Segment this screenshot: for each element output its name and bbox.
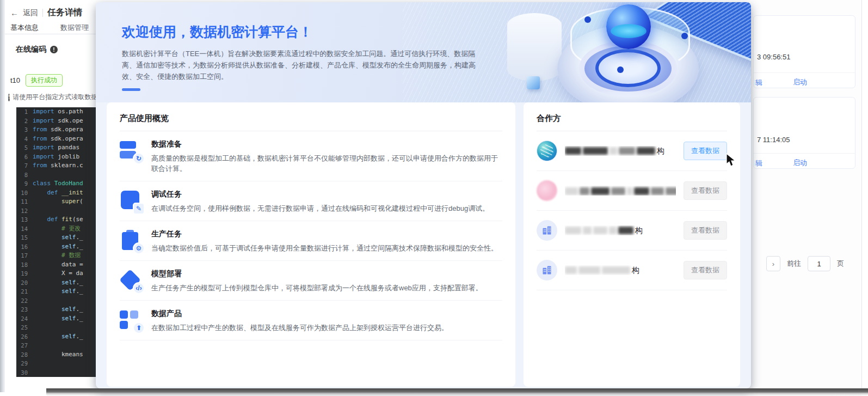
- line-number: 24: [16, 314, 33, 324]
- online-coding-label: 在线编码: [16, 45, 46, 54]
- code-token: super: [61, 197, 79, 206]
- code-token: # 数据: [61, 251, 81, 260]
- code-token: ._: [76, 305, 83, 314]
- note-text: 请使用平台指定方式读取数据: [13, 93, 96, 102]
- redacted-block: [651, 187, 664, 195]
- code-line: 21 self._: [16, 287, 96, 296]
- start-link[interactable]: 启动: [793, 77, 807, 88]
- overview-item-desc: 当确定数据价值后，可基于调试任务申请使用全量数据进行计算，通过空间隔离技术保障数…: [151, 243, 498, 253]
- overview-item-desc: 高质量的数据是模型加工的基础，数据机密计算平台不仅能够管理内部数据，还可以申请使…: [151, 153, 502, 174]
- partner-name-redacted: 构: [565, 226, 676, 236]
- code-line: 24 self._: [16, 314, 96, 324]
- task-timestamp: 3 09:56:51: [757, 53, 790, 61]
- code-line: 20 self._: [16, 278, 96, 288]
- divider: [537, 290, 727, 290]
- icon-badge: ↻: [133, 153, 145, 165]
- partner-name-suffix: 构: [632, 265, 639, 274]
- code-token: [33, 224, 61, 234]
- overview-item-title: 数据准备: [151, 139, 502, 149]
- icon-badge: ⬆: [133, 322, 145, 334]
- task-detail-panel: ← 返回 任务详情 基本信息 数据管理 在线编码 ! t10 执行成功 ! 请使…: [5, 0, 96, 396]
- redacted-block: [627, 187, 632, 195]
- divider: [5, 34, 96, 34]
- redacted-block: [609, 227, 617, 234]
- edit-link-clipped[interactable]: 编辑: [755, 77, 767, 88]
- code-line: 6import joblib: [16, 153, 96, 162]
- code-token: [33, 314, 61, 324]
- production-task-icon: ⚙: [120, 229, 143, 252]
- code-token: pandas: [54, 143, 79, 153]
- next-page-button[interactable]: ›: [766, 256, 780, 271]
- product-overview-card: 产品使用概览 ↻数据准备高质量的数据是模型加工的基础，数据机密计算平台不仅能够管…: [107, 102, 515, 387]
- view-data-button[interactable]: 查看数据: [684, 221, 727, 240]
- welcome-description: 数据机密计算平台（TEE一体机）旨在解决数据要素流通过程中的数据安全加工问题。通…: [122, 48, 476, 82]
- code-token: [33, 260, 61, 270]
- page-number-input[interactable]: [808, 256, 830, 271]
- line-number: 23: [16, 305, 33, 314]
- view-data-button[interactable]: 查看数据: [684, 181, 727, 200]
- overview-item-title: 调试任务: [151, 190, 489, 199]
- back-button[interactable]: 返回: [23, 8, 38, 18]
- line-number: 5: [16, 143, 33, 153]
- orb-band-decoration: [611, 24, 647, 38]
- line-number: 11: [16, 197, 33, 206]
- start-link[interactable]: 启动: [793, 158, 807, 168]
- info-icon[interactable]: !: [50, 46, 58, 53]
- data-product-icon: ⬆: [120, 309, 143, 332]
- blurred-avatar: [537, 180, 557, 201]
- code-token: self: [61, 287, 76, 296]
- overview-item-title: 生产任务: [151, 229, 498, 239]
- redacted-block: [618, 227, 633, 234]
- welcome-dialog: 欢迎使用，数据机密计算平台！ 数据机密计算平台（TEE一体机）旨在解决数据要素流…: [96, 2, 751, 388]
- code-editor[interactable]: 1import os.path2import sdk.ope3from sdk.…: [16, 107, 96, 377]
- code-token: import: [33, 143, 54, 153]
- overview-item: ⚙生产任务当确定数据价值后，可基于调试任务申请使用全量数据进行计算，通过空间隔离…: [107, 221, 515, 260]
- line-number: 26: [16, 332, 33, 342]
- code-token: [58, 215, 61, 224]
- back-arrow-icon[interactable]: ←: [10, 8, 19, 17]
- partner-name-suffix: 构: [657, 146, 664, 155]
- code-token: import: [33, 117, 54, 126]
- divider: [120, 340, 502, 340]
- tab-basic-info[interactable]: 基本信息: [10, 23, 39, 33]
- code-token: from: [33, 161, 47, 170]
- code-line: 2import sdk.ope: [16, 117, 96, 126]
- redacted-block: [591, 187, 610, 195]
- code-token: __init: [61, 188, 83, 198]
- partners-card-title: 合作方: [524, 102, 740, 131]
- view-data-button[interactable]: 查看数据: [684, 142, 727, 160]
- partner-row: 构查看数据: [524, 251, 740, 290]
- partner-row: 构查看数据: [524, 211, 740, 250]
- code-line: 27: [16, 341, 96, 350]
- edit-link-clipped[interactable]: 编辑: [755, 158, 767, 168]
- line-number: 27: [16, 341, 33, 350]
- line-number: 13: [16, 215, 33, 224]
- code-line: 11 super(: [16, 197, 96, 206]
- divider: [754, 72, 855, 73]
- code-line: 30: [16, 368, 96, 377]
- line-number: 4: [16, 135, 33, 144]
- right-task-list-panel: 3 09:56:51 编辑 启动 7 11:14:05 编辑 启动 › 前往 页: [751, 0, 861, 396]
- overview-item: ↻数据准备高质量的数据是模型加工的基础，数据机密计算平台不仅能够管理内部数据，还…: [107, 131, 515, 181]
- dot-decoration: [681, 33, 688, 39]
- redacted-block: [583, 227, 592, 234]
- model-deploy-icon: ‹/›: [120, 269, 143, 292]
- line-number: 30: [16, 368, 33, 377]
- code-token: import: [33, 153, 54, 162]
- code-token: [33, 332, 61, 342]
- line-number: 28: [16, 350, 33, 360]
- overview-item: ‹/›模型部署生产任务产生的模型可上传到模型仓库中，可将模型部署成为一个在线服务…: [107, 261, 515, 300]
- code-line: 5import pandas: [16, 143, 96, 153]
- mouse-cursor: [725, 153, 737, 167]
- code-token: [33, 278, 61, 288]
- redacted-block: [565, 147, 581, 155]
- code-line: 16 self._: [16, 242, 96, 252]
- line-number: 6: [16, 153, 33, 162]
- code-line: 23 self._: [16, 305, 96, 314]
- view-data-button[interactable]: 查看数据: [684, 261, 727, 279]
- line-number: 20: [16, 278, 33, 288]
- tab-data-management[interactable]: 数据管理: [60, 23, 89, 33]
- globe-icon: [537, 141, 557, 161]
- overview-item-text: 生产任务当确定数据价值后，可基于调试任务申请使用全量数据进行计算，通过空间隔离技…: [151, 229, 498, 253]
- window-edge: [0, 0, 5, 392]
